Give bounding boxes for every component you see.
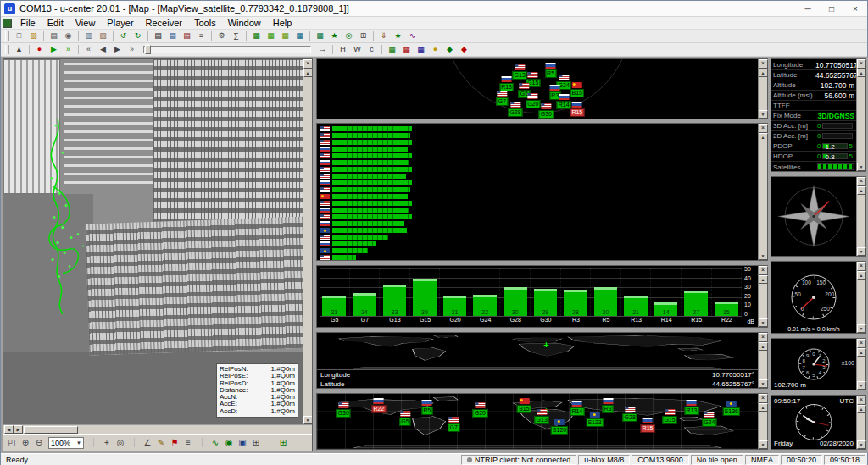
close-icon[interactable]: × [857, 59, 866, 69]
scroll-up-icon[interactable]: ▲ [857, 69, 866, 77]
separator[interactable] [127, 436, 141, 450]
statistic-view-icon[interactable]: ∑ [229, 30, 243, 42]
scroll-up-icon[interactable]: ▲ [759, 275, 768, 284]
hotstart-button[interactable]: H [336, 44, 350, 56]
scroll-down-icon[interactable]: ▼ [857, 324, 866, 333]
maximize-button[interactable]: □ [820, 1, 843, 16]
zoom-in-icon[interactable]: ⊕ [19, 436, 32, 450]
scroll-track[interactable] [303, 77, 313, 416]
scroll-down-icon[interactable]: ▼ [857, 440, 866, 449]
text-console-icon[interactable]: ▤ [151, 30, 165, 42]
histogram-view-icon[interactable]: ▦ [278, 30, 292, 42]
fast-play-button[interactable]: » [61, 44, 75, 56]
scroll-left-icon[interactable]: ◀ [4, 425, 14, 434]
record-button[interactable]: ● [32, 44, 47, 56]
scroll-down-icon[interactable]: ▼ [759, 110, 768, 119]
scroll-down-icon[interactable]: ▼ [857, 163, 866, 171]
scroll-track[interactable] [857, 195, 866, 247]
balloon-icon[interactable]: ● [428, 44, 442, 56]
map-grid-icon[interactable]: ⊞ [249, 436, 263, 450]
messages-view-icon[interactable]: ≡ [194, 30, 209, 42]
undo-icon[interactable]: ↺ [116, 30, 131, 42]
scroll-up-icon[interactable]: ▲ [759, 403, 768, 412]
close-icon[interactable]: × [759, 394, 768, 403]
chart-view-icon[interactable]: ▦ [264, 30, 278, 42]
map-view-icon[interactable]: ▦ [313, 30, 327, 42]
separator[interactable] [75, 44, 81, 56]
marker-icon[interactable]: ⚑ [168, 436, 181, 450]
step-forward-button[interactable]: ▶ [110, 44, 125, 56]
menu-item[interactable]: Player [101, 17, 139, 29]
menu-item[interactable]: File [14, 17, 42, 29]
scroll-up-icon[interactable]: ▲ [857, 186, 866, 195]
sky-view-icon[interactable]: ★ [327, 30, 342, 42]
close-icon[interactable]: × [857, 262, 866, 271]
toolbar-grip[interactable] [5, 31, 9, 41]
scroll-up-icon[interactable]: ▲ [759, 342, 768, 351]
show-track-icon[interactable]: ∿ [209, 436, 222, 450]
scroll-up-icon[interactable]: ▲ [857, 405, 866, 413]
layers-icon[interactable]: ≡ [181, 436, 195, 450]
scroll-up-icon[interactable]: ▲ [303, 69, 313, 77]
close-icon[interactable]: × [759, 266, 768, 275]
separator[interactable] [209, 30, 214, 42]
scroll-thumb[interactable] [24, 426, 78, 434]
menu-item[interactable]: Help [267, 17, 298, 29]
pan-icon[interactable]: + [100, 436, 114, 450]
center-position-icon[interactable]: ◎ [114, 436, 127, 450]
close-icon[interactable]: × [857, 339, 866, 348]
scroll-right-icon[interactable]: ▶ [14, 425, 23, 434]
close-icon[interactable]: × [759, 59, 768, 69]
seek-live-button[interactable]: → [315, 44, 330, 56]
minimize-button[interactable]: ─ [796, 1, 820, 16]
coldstart-button[interactable]: c [364, 44, 379, 56]
scroll-track[interactable] [759, 141, 768, 252]
packet-console-icon[interactable]: ▤ [165, 30, 180, 42]
screenshot-icon[interactable]: ◉ [61, 30, 75, 42]
separator[interactable] [263, 436, 276, 450]
binary-console-icon[interactable]: ▤ [180, 30, 194, 42]
toolbar-grip[interactable] [5, 45, 9, 54]
configuration-view-icon[interactable]: ⚙ [214, 30, 229, 42]
separator[interactable] [75, 30, 81, 42]
scroll-up-icon[interactable]: ▲ [759, 69, 768, 77]
eject-button[interactable]: ▲ [12, 44, 26, 56]
play-button[interactable]: ▶ [47, 44, 61, 56]
close-icon[interactable]: × [857, 177, 866, 186]
new-map-window-icon[interactable]: ⊞ [276, 436, 290, 450]
deviation-map-icon[interactable]: ◎ [342, 30, 356, 42]
measure-icon[interactable]: ∠ [141, 436, 154, 450]
separator[interactable] [86, 436, 100, 450]
zoom-level-select[interactable]: 100% ▼ [48, 437, 84, 449]
separator[interactable] [41, 30, 47, 42]
scroll-down-icon[interactable]: ▼ [759, 379, 768, 388]
menu-item[interactable]: Edit [42, 17, 70, 29]
event-marker-icon[interactable]: ◆ [442, 44, 457, 56]
scroll-track[interactable] [759, 412, 768, 440]
scroll-down-icon[interactable]: ▼ [759, 440, 768, 449]
step-back-button[interactable]: ◀ [96, 44, 110, 56]
log-stop-icon[interactable]: ▦ [399, 44, 414, 56]
scroll-down-icon[interactable]: ▼ [303, 416, 313, 424]
redo-icon[interactable]: ↻ [131, 30, 145, 42]
alarm-icon[interactable]: ◆ [457, 44, 471, 56]
separator[interactable] [330, 44, 336, 56]
save-map-icon[interactable]: ▣ [236, 436, 249, 450]
separator[interactable] [195, 436, 209, 450]
zoom-out-icon[interactable]: ⊖ [32, 436, 46, 450]
firmware-update-icon[interactable]: ⇓ [376, 30, 391, 42]
camera-view-icon[interactable]: ▦ [292, 30, 307, 42]
close-icon[interactable]: × [759, 124, 768, 133]
scroll-down-icon[interactable]: ▼ [857, 247, 866, 256]
separator[interactable] [145, 30, 151, 42]
menu-item[interactable]: View [70, 17, 102, 29]
open-file-icon[interactable]: ▨ [26, 30, 41, 42]
separator[interactable] [110, 30, 116, 42]
scroll-down-icon[interactable]: ▼ [857, 381, 866, 390]
menu-item[interactable]: Receiver [140, 17, 188, 29]
scroll-up-icon[interactable]: ▲ [857, 271, 866, 280]
zoom-window-icon[interactable]: ◰ [5, 436, 19, 450]
menu-item[interactable]: Window [222, 17, 267, 29]
jump-end-button[interactable]: » [125, 44, 139, 56]
scroll-down-icon[interactable]: ▼ [759, 318, 768, 327]
